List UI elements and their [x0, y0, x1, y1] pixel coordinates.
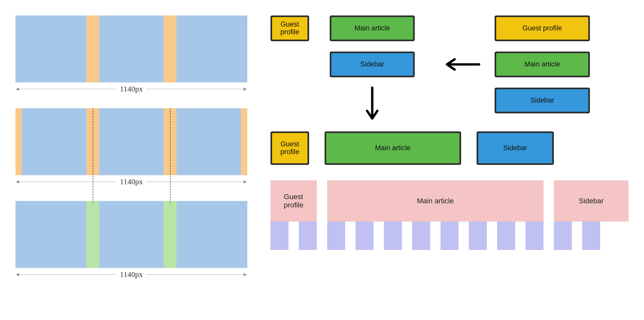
- grid-diagram-2: 1140px: [15, 108, 247, 188]
- dimension-line: 1140px: [15, 82, 247, 95]
- grid-track: [327, 222, 345, 250]
- grid-track: [469, 222, 487, 250]
- grid-bar: [15, 201, 247, 268]
- grid-bar: [15, 15, 247, 82]
- dimension-line: 1140px: [15, 175, 247, 188]
- box-main-article: Main article: [495, 52, 590, 77]
- grid-bar: [15, 108, 247, 175]
- box-guest-profile: Guest profile: [270, 131, 309, 165]
- box-guest-profile: Guest profile: [495, 15, 590, 41]
- block-sidebar: Sidebar: [554, 180, 629, 222]
- grid-diagram-1: 1140px: [15, 15, 247, 95]
- grid-track: [384, 222, 402, 250]
- dashed-guide: [93, 108, 93, 203]
- grid-diagrams: 1140px 1140px 11: [15, 10, 247, 310]
- grid-track: [582, 222, 600, 250]
- arrow-down-icon: [366, 85, 379, 124]
- box-sidebar: Sidebar: [477, 131, 554, 165]
- dimension-label: 1140px: [116, 85, 147, 93]
- grid-column-tracks: [270, 222, 629, 250]
- grid-track: [270, 222, 289, 250]
- dimension-label: 1140px: [116, 270, 147, 279]
- grid-diagram-3: 1140px: [15, 201, 247, 281]
- rendered-grid-layout: Guest profile Main article Sidebar: [270, 180, 629, 250]
- box-sidebar: Sidebar: [495, 88, 590, 113]
- grid-track: [299, 222, 317, 250]
- box-sidebar: Sidebar: [330, 52, 415, 77]
- dimension-label: 1140px: [116, 177, 147, 186]
- box-main-article: Main article: [325, 131, 461, 165]
- grid-track: [355, 222, 374, 250]
- grid-track: [526, 222, 544, 250]
- dashed-guide: [170, 108, 171, 203]
- grid-track: [412, 222, 430, 250]
- grid-track: [440, 222, 459, 250]
- block-guest-profile: Guest profile: [270, 180, 317, 222]
- grid-track: [497, 222, 515, 250]
- dimension-line: 1140px: [15, 268, 247, 281]
- box-guest-profile: Guest profile: [270, 15, 309, 41]
- arrow-left-icon: [440, 58, 482, 71]
- box-main-article: Main article: [330, 15, 415, 41]
- block-main-article: Main article: [327, 180, 544, 222]
- grid-track: [554, 222, 572, 250]
- layout-sketches: Guest profile Main article Sidebar Guest…: [270, 10, 629, 170]
